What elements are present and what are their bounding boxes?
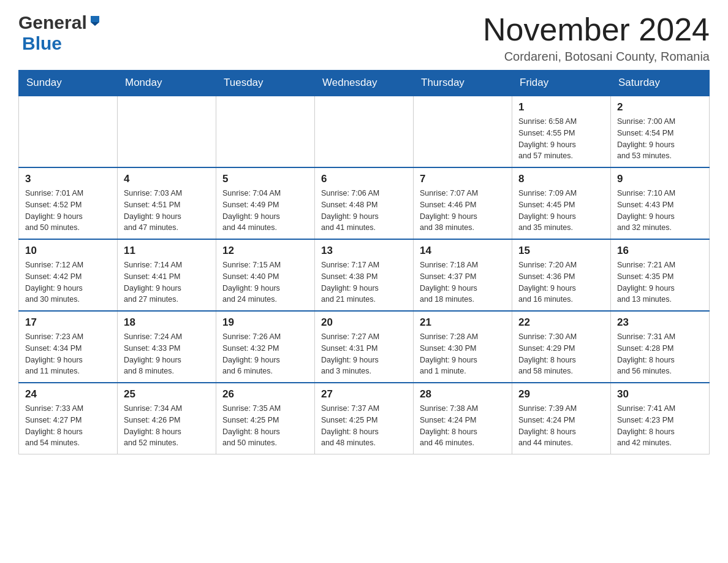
logo: General Blue [18,12,102,54]
col-wednesday: Wednesday [315,71,414,96]
calendar-cell [216,96,315,167]
calendar-cell: 20Sunrise: 7:27 AM Sunset: 4:31 PM Dayli… [315,311,414,383]
calendar-cell: 4Sunrise: 7:03 AM Sunset: 4:51 PM Daylig… [118,167,216,239]
calendar-cell: 13Sunrise: 7:17 AM Sunset: 4:38 PM Dayli… [315,239,414,311]
day-info: Sunrise: 7:20 AM Sunset: 4:36 PM Dayligh… [518,259,604,305]
day-info: Sunrise: 7:21 AM Sunset: 4:35 PM Dayligh… [617,259,703,305]
col-tuesday: Tuesday [216,71,315,96]
day-info: Sunrise: 7:30 AM Sunset: 4:29 PM Dayligh… [518,331,604,377]
day-number: 5 [222,173,308,185]
day-info: Sunrise: 7:33 AM Sunset: 4:27 PM Dayligh… [25,403,111,449]
day-info: Sunrise: 7:00 AM Sunset: 4:54 PM Dayligh… [617,116,703,162]
day-number: 29 [518,388,604,400]
day-info: Sunrise: 7:07 AM Sunset: 4:46 PM Dayligh… [420,188,506,234]
calendar-cell: 25Sunrise: 7:34 AM Sunset: 4:26 PM Dayli… [118,383,216,454]
calendar-cell: 15Sunrise: 7:20 AM Sunset: 4:36 PM Dayli… [512,239,611,311]
day-number: 21 [420,316,506,329]
day-info: Sunrise: 7:37 AM Sunset: 4:25 PM Dayligh… [321,403,407,449]
day-info: Sunrise: 7:12 AM Sunset: 4:42 PM Dayligh… [25,259,111,305]
day-number: 24 [25,388,111,400]
logo-general-text: General [18,12,87,33]
day-number: 6 [321,173,407,185]
day-number: 30 [617,388,703,400]
day-number: 7 [420,173,506,185]
day-number: 12 [222,245,308,257]
calendar-week-2: 3Sunrise: 7:01 AM Sunset: 4:52 PM Daylig… [19,167,710,239]
day-number: 8 [518,173,604,185]
day-info: Sunrise: 7:14 AM Sunset: 4:41 PM Dayligh… [124,259,210,305]
calendar-cell: 8Sunrise: 7:09 AM Sunset: 4:45 PM Daylig… [512,167,611,239]
day-info: Sunrise: 7:24 AM Sunset: 4:33 PM Dayligh… [124,331,210,377]
col-saturday: Saturday [611,71,710,96]
calendar-cell: 26Sunrise: 7:35 AM Sunset: 4:25 PM Dayli… [216,383,315,454]
day-number: 20 [321,316,407,329]
day-info: Sunrise: 7:01 AM Sunset: 4:52 PM Dayligh… [25,188,111,234]
day-info: Sunrise: 7:09 AM Sunset: 4:45 PM Dayligh… [518,188,604,234]
calendar-cell: 23Sunrise: 7:31 AM Sunset: 4:28 PM Dayli… [611,311,710,383]
day-info: Sunrise: 6:58 AM Sunset: 4:55 PM Dayligh… [518,116,604,162]
calendar-cell: 18Sunrise: 7:24 AM Sunset: 4:33 PM Dayli… [118,311,216,383]
svg-marker-1 [91,22,99,26]
month-year-title: November 2024 [483,12,710,47]
calendar-cell: 7Sunrise: 7:07 AM Sunset: 4:46 PM Daylig… [414,167,512,239]
calendar-cell: 22Sunrise: 7:30 AM Sunset: 4:29 PM Dayli… [512,311,611,383]
calendar-cell: 1Sunrise: 6:58 AM Sunset: 4:55 PM Daylig… [512,96,611,167]
calendar-cell: 9Sunrise: 7:10 AM Sunset: 4:43 PM Daylig… [611,167,710,239]
day-info: Sunrise: 7:35 AM Sunset: 4:25 PM Dayligh… [222,403,308,449]
calendar-cell [19,96,118,167]
day-number: 2 [617,101,703,113]
day-number: 27 [321,388,407,400]
calendar-cell: 19Sunrise: 7:26 AM Sunset: 4:32 PM Dayli… [216,311,315,383]
day-number: 22 [518,316,604,329]
day-info: Sunrise: 7:18 AM Sunset: 4:37 PM Dayligh… [420,259,506,305]
logo-arrow-icon [88,13,102,29]
day-number: 23 [617,316,703,329]
day-info: Sunrise: 7:28 AM Sunset: 4:30 PM Dayligh… [420,331,506,377]
calendar-cell [414,96,512,167]
calendar-cell: 24Sunrise: 7:33 AM Sunset: 4:27 PM Dayli… [19,383,118,454]
title-section: November 2024 Cordareni, Botosani County… [483,12,710,64]
calendar-week-1: 1Sunrise: 6:58 AM Sunset: 4:55 PM Daylig… [19,96,710,167]
day-number: 25 [124,388,210,400]
day-info: Sunrise: 7:03 AM Sunset: 4:51 PM Dayligh… [124,188,210,234]
logo-blue-text: Blue [22,33,62,53]
calendar-cell: 16Sunrise: 7:21 AM Sunset: 4:35 PM Dayli… [611,239,710,311]
calendar-cell: 6Sunrise: 7:06 AM Sunset: 4:48 PM Daylig… [315,167,414,239]
day-number: 10 [25,245,111,257]
day-info: Sunrise: 7:38 AM Sunset: 4:24 PM Dayligh… [420,403,506,449]
day-number: 16 [617,245,703,257]
calendar-week-3: 10Sunrise: 7:12 AM Sunset: 4:42 PM Dayli… [19,239,710,311]
col-sunday: Sunday [19,71,118,96]
calendar-cell: 3Sunrise: 7:01 AM Sunset: 4:52 PM Daylig… [19,167,118,239]
calendar-cell: 12Sunrise: 7:15 AM Sunset: 4:40 PM Dayli… [216,239,315,311]
day-number: 28 [420,388,506,400]
calendar-cell: 21Sunrise: 7:28 AM Sunset: 4:30 PM Dayli… [414,311,512,383]
calendar-cell [118,96,216,167]
day-info: Sunrise: 7:15 AM Sunset: 4:40 PM Dayligh… [222,259,308,305]
day-info: Sunrise: 7:39 AM Sunset: 4:24 PM Dayligh… [518,403,604,449]
location-text: Cordareni, Botosani County, Romania [483,50,710,64]
day-info: Sunrise: 7:27 AM Sunset: 4:31 PM Dayligh… [321,331,407,377]
page-header: General Blue November 2024 Cordareni, Bo… [18,12,710,64]
day-info: Sunrise: 7:23 AM Sunset: 4:34 PM Dayligh… [25,331,111,377]
day-info: Sunrise: 7:10 AM Sunset: 4:43 PM Dayligh… [617,188,703,234]
day-number: 15 [518,245,604,257]
day-number: 9 [617,173,703,185]
calendar-cell [315,96,414,167]
day-number: 26 [222,388,308,400]
calendar-week-4: 17Sunrise: 7:23 AM Sunset: 4:34 PM Dayli… [19,311,710,383]
col-monday: Monday [118,71,216,96]
col-thursday: Thursday [414,71,512,96]
day-info: Sunrise: 7:17 AM Sunset: 4:38 PM Dayligh… [321,259,407,305]
day-info: Sunrise: 7:34 AM Sunset: 4:26 PM Dayligh… [124,403,210,449]
calendar-cell: 27Sunrise: 7:37 AM Sunset: 4:25 PM Dayli… [315,383,414,454]
day-number: 4 [124,173,210,185]
calendar-cell: 14Sunrise: 7:18 AM Sunset: 4:37 PM Dayli… [414,239,512,311]
calendar-header-row: Sunday Monday Tuesday Wednesday Thursday… [19,71,710,96]
day-number: 1 [518,101,604,113]
day-number: 17 [25,316,111,329]
day-info: Sunrise: 7:04 AM Sunset: 4:49 PM Dayligh… [222,188,308,234]
calendar-cell: 2Sunrise: 7:00 AM Sunset: 4:54 PM Daylig… [611,96,710,167]
day-number: 3 [25,173,111,185]
day-info: Sunrise: 7:41 AM Sunset: 4:23 PM Dayligh… [617,403,703,449]
